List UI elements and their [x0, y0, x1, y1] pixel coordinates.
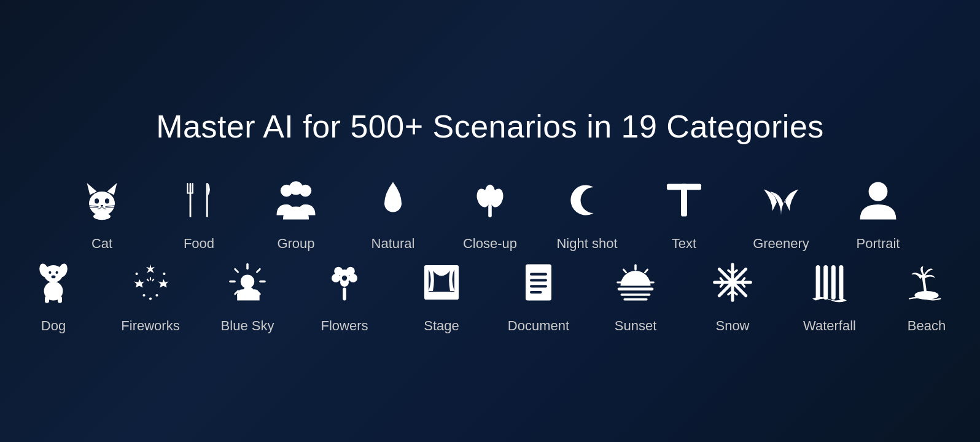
category-snow[interactable]: Snow — [684, 258, 781, 334]
svg-line-7 — [87, 207, 99, 208]
category-greenery[interactable]: Greenery — [733, 176, 830, 252]
closeup-label: Close-up — [463, 236, 517, 252]
dog-label: Dog — [41, 318, 66, 334]
fireworks-label: Fireworks — [121, 318, 179, 334]
svg-rect-75 — [530, 285, 547, 287]
svg-rect-34 — [45, 296, 49, 303]
svg-marker-2 — [107, 183, 117, 195]
svg-line-9 — [106, 207, 117, 208]
greenery-icon — [760, 176, 803, 225]
category-text[interactable]: Text — [636, 176, 733, 252]
category-beach[interactable]: Beach — [878, 258, 975, 334]
svg-point-3 — [95, 198, 99, 203]
svg-point-10 — [93, 213, 111, 220]
category-portrait[interactable]: Portrait — [830, 176, 927, 252]
category-waterfall[interactable]: Waterfall — [781, 258, 878, 334]
food-icon — [177, 176, 220, 225]
svg-point-97 — [729, 279, 736, 285]
svg-point-47 — [241, 274, 254, 288]
svg-rect-25 — [681, 184, 687, 216]
svg-point-40 — [163, 273, 165, 275]
svg-marker-1 — [87, 183, 97, 195]
fireworks-icon — [129, 258, 172, 307]
svg-rect-73 — [530, 273, 547, 276]
beach-icon — [905, 258, 948, 307]
svg-rect-101 — [839, 265, 843, 300]
text-label: Text — [672, 236, 696, 252]
svg-rect-15 — [190, 204, 192, 217]
svg-point-0 — [89, 192, 115, 215]
svg-rect-99 — [823, 265, 828, 300]
svg-rect-74 — [530, 279, 547, 281]
greenery-label: Greenery — [753, 236, 809, 252]
waterfall-label: Waterfall — [803, 318, 856, 334]
food-label: Food — [184, 236, 214, 252]
svg-point-41 — [142, 294, 145, 297]
svg-point-4 — [105, 198, 109, 203]
flowers-label: Flowers — [321, 318, 368, 334]
bluesky-icon — [226, 258, 269, 307]
svg-rect-13 — [192, 183, 193, 194]
sunset-icon — [614, 258, 657, 307]
category-fireworks[interactable]: Fireworks — [102, 258, 199, 334]
natural-icon — [371, 176, 414, 225]
categories-row-1: Cat Food — [0, 176, 980, 252]
svg-rect-59 — [237, 295, 259, 301]
category-dog[interactable]: Dog — [5, 258, 102, 334]
svg-rect-35 — [58, 296, 62, 303]
stage-label: Stage — [424, 318, 459, 334]
svg-rect-78 — [621, 293, 651, 296]
category-nightshot[interactable]: Night shot — [539, 176, 636, 252]
cat-label: Cat — [91, 236, 112, 252]
svg-rect-76 — [530, 291, 542, 293]
svg-line-52 — [235, 269, 238, 272]
svg-rect-71 — [429, 292, 454, 295]
svg-point-5 — [101, 205, 103, 207]
svg-point-26 — [869, 182, 888, 201]
svg-rect-72 — [526, 265, 551, 301]
svg-point-43 — [149, 298, 152, 300]
page-title: Master AI for 500+ Scenarios in 19 Categ… — [156, 108, 824, 145]
svg-rect-14 — [187, 192, 193, 193]
svg-marker-38 — [158, 279, 169, 287]
svg-rect-77 — [618, 287, 654, 290]
group-label: Group — [277, 236, 314, 252]
category-group[interactable]: Group — [247, 176, 344, 252]
categories-grid: Cat Food — [0, 176, 980, 334]
category-stage[interactable]: Stage — [393, 258, 490, 334]
category-natural[interactable]: Natural — [344, 176, 441, 252]
svg-rect-79 — [623, 298, 647, 301]
svg-point-68 — [342, 276, 347, 281]
svg-line-46 — [152, 279, 154, 281]
svg-rect-20 — [488, 204, 492, 217]
category-food[interactable]: Food — [150, 176, 247, 252]
nightshot-label: Night shot — [556, 236, 617, 252]
svg-rect-16 — [206, 183, 208, 217]
nightshot-icon — [566, 176, 609, 225]
document-label: Document — [508, 318, 569, 334]
svg-point-31 — [49, 271, 51, 274]
snow-icon — [711, 258, 754, 307]
category-document[interactable]: Document — [490, 258, 587, 334]
category-closeup[interactable]: Close-up — [441, 176, 539, 252]
closeup-icon — [469, 176, 511, 225]
svg-line-54 — [257, 269, 260, 272]
svg-point-39 — [136, 273, 138, 275]
svg-marker-37 — [146, 265, 155, 273]
categories-row-2: Dog — [0, 258, 980, 334]
stage-icon — [420, 258, 463, 307]
sunset-label: Sunset — [615, 318, 657, 334]
bluesky-label: Blue Sky — [221, 318, 274, 334]
portrait-label: Portrait — [857, 236, 900, 252]
svg-point-23 — [484, 185, 496, 206]
snow-label: Snow — [715, 318, 749, 334]
category-cat[interactable]: Cat — [53, 176, 150, 252]
document-icon — [517, 258, 560, 307]
svg-rect-98 — [816, 265, 820, 300]
category-flowers[interactable]: Flowers — [296, 258, 393, 334]
svg-line-82 — [645, 269, 647, 273]
cat-icon — [80, 176, 123, 225]
category-sunset[interactable]: Sunset — [587, 258, 684, 334]
category-bluesky[interactable]: Blue Sky — [199, 258, 296, 334]
svg-point-32 — [56, 271, 58, 274]
